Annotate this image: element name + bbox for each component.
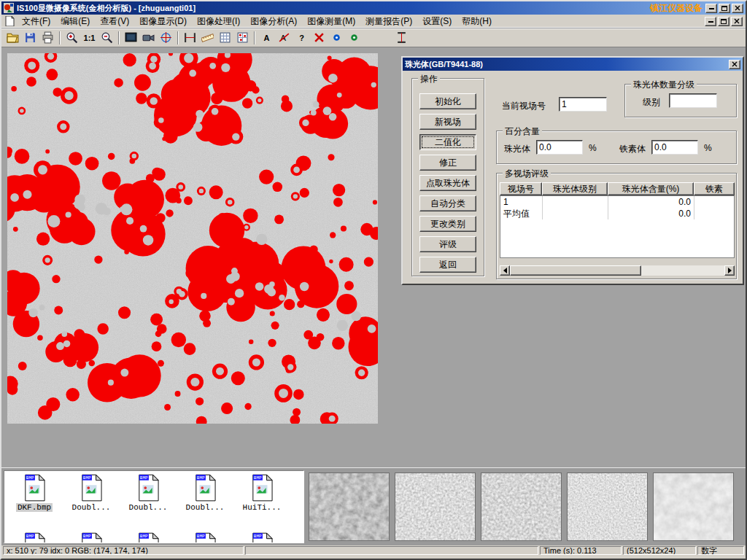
toolbar-separator (59, 31, 61, 44)
pick-pearlite-button[interactable]: 点取珠光体 (419, 175, 476, 191)
thumbnail-2[interactable] (395, 472, 476, 541)
text-tool-icon[interactable]: A (258, 30, 275, 46)
dialog-close-icon (732, 61, 738, 67)
ferrite-value-input[interactable] (651, 140, 698, 155)
grading-group: 珠光体数量分级 级别 (624, 84, 737, 117)
file-item-clipped[interactable]: BMP (7, 532, 61, 543)
dialog-close-button[interactable] (729, 60, 740, 69)
scroll-right-icon (728, 268, 735, 273)
thumbnail-3[interactable] (481, 472, 562, 541)
menu-help[interactable]: 帮助(H) (457, 14, 497, 29)
window-title: IS100显微摄像系统(金相分析版) - [zhuguangti01] (17, 3, 196, 14)
document-icon[interactable] (4, 16, 15, 26)
multi-field-group-label: 多视场评级 (503, 168, 551, 180)
file-item[interactable]: BMP Doubl... (121, 474, 175, 512)
table-horizontal-scrollbar[interactable] (500, 265, 735, 276)
micrograph-image[interactable] (7, 53, 378, 424)
dialog-title-bar[interactable]: 珠光体(GB/T9441-88) (403, 58, 743, 71)
zoom-1to1-icon[interactable]: 1:1 (81, 30, 98, 46)
mdi-close-button[interactable] (731, 17, 743, 26)
text-delete-icon[interactable]: A (276, 30, 293, 46)
thumbnail-1[interactable] (309, 472, 390, 541)
minimize-button[interactable] (705, 4, 717, 13)
bmp-file-icon: BMP (23, 532, 45, 543)
file-name: Doubl... (71, 503, 112, 512)
menu-image-process[interactable]: 图像处理(I) (192, 14, 245, 29)
file-browser-panel[interactable]: BMP DKF.bmp BMP Doubl... BMP (4, 470, 304, 543)
init-button[interactable]: 初始化 (419, 93, 476, 109)
table-row[interactable]: 1 0.0 (500, 196, 734, 208)
maximize-button[interactable] (719, 4, 730, 13)
file-item[interactable]: BMP HuiTi... (235, 474, 289, 512)
menu-image-analysis[interactable]: 图像分析(A) (245, 14, 302, 29)
table-row[interactable]: 平均值 0.0 (500, 208, 734, 219)
scroll-right-button[interactable] (724, 265, 735, 276)
file-item-clipped[interactable]: BMP (178, 532, 232, 543)
file-item[interactable]: BMP DKF.bmp (7, 474, 61, 512)
open-folder-icon[interactable] (4, 30, 21, 46)
toolbar-separator (254, 31, 255, 44)
marker-green-icon[interactable] (346, 30, 363, 46)
marker-blue-icon[interactable] (328, 30, 345, 46)
menu-view[interactable]: 查看(V) (95, 14, 134, 29)
file-item[interactable]: BMP Doubl... (64, 474, 118, 512)
caliper-horizontal-icon[interactable] (182, 30, 198, 46)
toolbar: 1:1 A A ? (1, 28, 746, 47)
header-pearlite-grade[interactable]: 珠光体级别 (542, 182, 608, 195)
help-icon[interactable]: ? (293, 30, 310, 46)
bmp-file-icon: BMP (194, 532, 216, 543)
menu-bar: 文件(F) 编辑(E) 查看(V) 图像显示(D) 图像处理(I) 图像分析(A… (1, 15, 746, 28)
print-icon[interactable] (39, 30, 56, 46)
file-item[interactable]: BMP Doubl... (178, 474, 232, 512)
grade-button[interactable]: 评级 (419, 236, 476, 252)
header-ferrite[interactable]: 铁素 (694, 182, 735, 195)
file-item-clipped[interactable]: BMP (64, 532, 118, 543)
menu-edit[interactable]: 编辑(E) (55, 14, 95, 29)
return-button[interactable]: 返回 (419, 257, 476, 273)
close-button[interactable] (732, 4, 743, 13)
window-controls (705, 4, 743, 13)
vertical-caliper-icon[interactable] (393, 30, 410, 46)
auto-classify-button[interactable]: 自动分类 (419, 195, 476, 211)
count-grid-icon[interactable] (234, 30, 251, 46)
bmp-file-icon: BMP (137, 474, 159, 502)
scrollbar-thumb[interactable] (510, 265, 641, 276)
camera-target-icon[interactable] (158, 30, 174, 46)
file-item-clipped[interactable]: BMP (235, 532, 289, 543)
new-field-button[interactable]: 新视场 (419, 114, 476, 130)
change-class-button[interactable]: 更改类别 (419, 216, 476, 232)
svg-text:BMP: BMP (83, 475, 91, 481)
freeze-frame-icon[interactable] (123, 30, 139, 46)
menu-report[interactable]: 测量报告(P) (360, 14, 417, 29)
header-field-no[interactable]: 视场号 (500, 182, 542, 195)
current-field-input[interactable] (559, 97, 607, 112)
binarize-button[interactable]: 二值化 (419, 134, 476, 150)
delete-marks-icon[interactable] (311, 30, 328, 46)
file-item-clipped[interactable]: BMP (121, 532, 175, 543)
correct-button[interactable]: 修正 (419, 155, 476, 171)
menu-image-measure[interactable]: 图像测量(M) (302, 14, 360, 29)
menu-settings[interactable]: 设置(S) (417, 14, 457, 29)
mdi-minimize-button[interactable] (705, 17, 716, 26)
grade-input[interactable] (669, 93, 717, 108)
mdi-close-icon (734, 18, 740, 24)
status-position: x: 510 y: 79 idx: 0 RGB: (174, 174, 174) (3, 546, 244, 555)
operations-group: 操作 初始化 新视场 二值化 修正 点取珠光体 自动分类 更改类别 评级 返回 (411, 78, 484, 276)
percent-group-label: 百分含量 (503, 125, 542, 138)
thumbnail-5[interactable] (653, 472, 734, 541)
video-camera-icon[interactable] (140, 30, 157, 46)
table-body[interactable]: 1 0.0 平均值 0.0 (500, 195, 735, 258)
file-strip: BMP DKF.bmp BMP Doubl... BMP (1, 467, 746, 545)
thumbnail-4[interactable] (567, 472, 648, 541)
header-pearlite-content[interactable]: 珠光体含量(%) (608, 182, 694, 195)
pearlite-value-input[interactable] (536, 140, 583, 155)
menu-file[interactable]: 文件(F) (17, 14, 55, 29)
scroll-left-button[interactable] (500, 265, 510, 276)
zoom-out-icon[interactable] (98, 30, 115, 46)
menu-image-display[interactable]: 图像显示(D) (134, 14, 192, 29)
mdi-restore-button[interactable] (718, 17, 729, 26)
zoom-in-icon[interactable] (63, 30, 80, 46)
ruler-icon[interactable] (199, 30, 216, 46)
save-icon[interactable] (22, 30, 39, 46)
measure-grid-icon[interactable] (217, 30, 233, 46)
